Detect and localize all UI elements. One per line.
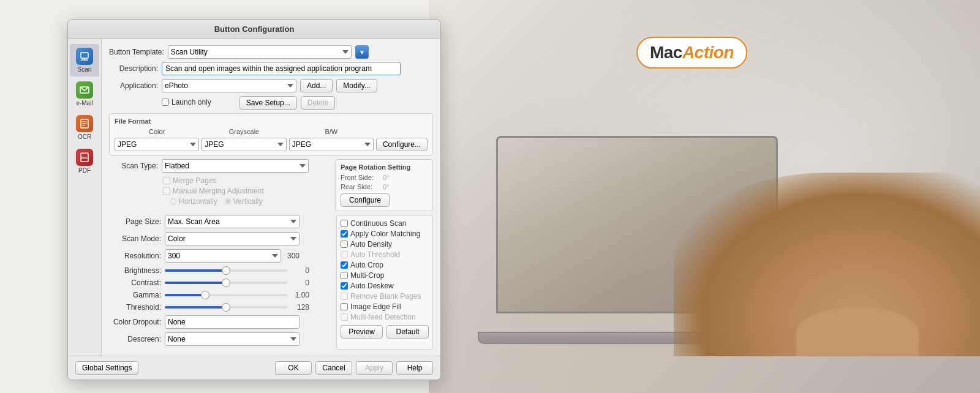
manual-merging-label: Manual Merging Adjustment — [173, 187, 264, 195]
scan-mode-select[interactable]: Color — [165, 232, 300, 245]
brightness-value: 0 — [291, 266, 309, 275]
scan-icon — [76, 48, 93, 65]
multi-feed-checkbox[interactable] — [341, 313, 348, 321]
brightness-slider-container: 0 — [165, 266, 309, 275]
bw-format-select[interactable]: JPEG — [289, 138, 374, 151]
configure-rotation-button[interactable]: Configure — [341, 193, 390, 207]
remove-blank-row[interactable]: Remove Blank Pages — [341, 292, 429, 301]
contrast-value: 0 — [291, 279, 309, 287]
sidebar-item-email[interactable]: e-Mail — [70, 78, 99, 110]
descreen-label: Descreen: — [109, 335, 161, 343]
vertically-radio[interactable] — [225, 198, 231, 204]
apply-color-checkbox[interactable] — [341, 230, 348, 238]
horizontally-label: Horizontally — [179, 197, 217, 206]
application-select[interactable]: ePhoto — [162, 79, 296, 92]
contrast-slider[interactable] — [165, 282, 287, 284]
description-input[interactable]: Scan and open images within the assigned… — [162, 62, 401, 75]
merge-pages-row[interactable]: Merge Pages — [163, 176, 330, 185]
auto-crop-label: Auto Crop — [350, 261, 383, 269]
grayscale-col-header: Grayscale — [202, 128, 286, 135]
grayscale-format-select[interactable]: JPEG — [202, 138, 286, 151]
ok-button[interactable]: OK — [275, 361, 312, 375]
page-size-select[interactable]: Max. Scan Area — [165, 215, 300, 228]
page-rotation-title: Page Rotation Setting — [341, 163, 428, 171]
apply-color-row[interactable]: Apply Color Matching — [341, 230, 429, 238]
button-template-select[interactable]: Scan Utility — [168, 45, 352, 59]
gamma-thumb[interactable] — [201, 291, 209, 299]
image-edge-row[interactable]: Image Edge Fill — [341, 302, 429, 311]
sidebar-item-pdf[interactable]: PDF PDF — [70, 145, 99, 178]
page-size-label: Page Size: — [109, 217, 161, 226]
dialog-title: Button Configuration — [68, 20, 440, 39]
delete-button[interactable]: Delete — [301, 96, 336, 110]
brightness-slider[interactable] — [165, 269, 287, 272]
gamma-value: 1.00 — [291, 291, 309, 299]
multi-feed-row[interactable]: Multi-feed Detection — [341, 313, 429, 321]
continuous-scan-checkbox[interactable] — [341, 220, 348, 227]
threshold-slider[interactable] — [165, 306, 287, 309]
gamma-slider[interactable] — [165, 294, 287, 296]
apply-button[interactable]: Apply — [356, 361, 393, 375]
remove-blank-label: Remove Blank Pages — [350, 292, 421, 301]
contrast-thumb[interactable] — [222, 279, 230, 287]
email-icon — [76, 81, 93, 99]
gamma-label: Gamma: — [109, 291, 161, 299]
color-format-select[interactable]: JPEG — [115, 138, 199, 151]
preview-button[interactable]: Preview — [341, 325, 383, 339]
macaction-logo: Mac Action — [636, 37, 747, 69]
sidebar-item-ocr[interactable]: OCR — [70, 111, 99, 144]
launch-only-checkbox-row[interactable]: Launch only — [162, 98, 211, 107]
cancel-button[interactable]: Cancel — [315, 361, 352, 375]
sidebar-item-scan[interactable]: Scan — [70, 44, 99, 77]
sidebar-pdf-label: PDF — [78, 167, 91, 174]
scan-type-select[interactable]: Flatbed — [162, 159, 309, 173]
resolution-value: 300 — [287, 252, 300, 260]
auto-density-label: Auto Density — [350, 240, 392, 249]
image-edge-checkbox[interactable] — [341, 303, 348, 310]
sidebar-scan-label: Scan — [78, 66, 92, 73]
manual-merging-row[interactable]: Manual Merging Adjustment — [163, 187, 330, 195]
manual-merging-checkbox[interactable] — [163, 187, 170, 195]
merge-pages-checkbox[interactable] — [163, 177, 170, 184]
svg-rect-0 — [81, 53, 88, 58]
continuous-scan-label: Continuous Scan — [350, 219, 406, 228]
rear-side-value: 0° — [383, 183, 390, 190]
brightness-thumb[interactable] — [222, 266, 230, 275]
threshold-slider-container: 128 — [165, 303, 309, 312]
launch-only-checkbox[interactable] — [162, 99, 169, 106]
modify-button[interactable]: Modify... — [336, 79, 377, 92]
threshold-thumb[interactable] — [222, 303, 230, 312]
auto-threshold-label: Auto Threshold — [350, 250, 400, 259]
button-template-dropdown[interactable]: ▼ — [355, 45, 369, 59]
auto-deskew-row[interactable]: Auto Deskew — [341, 282, 429, 290]
auto-deskew-checkbox[interactable] — [341, 282, 348, 290]
auto-density-checkbox[interactable] — [341, 241, 348, 248]
horizontally-row[interactable]: Horizontally — [170, 197, 217, 206]
dialog-content: Button Template: Scan Utility ▼ Descript… — [102, 39, 440, 356]
multi-crop-checkbox[interactable] — [341, 272, 348, 279]
contrast-label: Contrast: — [109, 279, 161, 287]
resolution-select[interactable]: 300 — [165, 249, 281, 263]
auto-threshold-row[interactable]: Auto Threshold — [341, 250, 429, 259]
help-button[interactable]: Help — [396, 361, 433, 375]
auto-crop-row[interactable]: Auto Crop — [341, 261, 429, 269]
color-dropout-select[interactable]: None — [165, 315, 300, 329]
vertically-label: Vertically — [233, 197, 263, 206]
configure-format-button[interactable]: Configure... — [376, 138, 428, 151]
continuous-scan-row[interactable]: Continuous Scan — [341, 219, 429, 228]
front-side-label: Front Side: — [341, 174, 380, 181]
default-button[interactable]: Default — [386, 325, 429, 339]
brightness-label: Brightness: — [109, 266, 161, 275]
horizontally-radio[interactable] — [170, 198, 176, 204]
auto-crop-checkbox[interactable] — [341, 261, 348, 269]
vertically-row[interactable]: Vertically — [225, 197, 263, 206]
multi-crop-row[interactable]: Multi-Crop — [341, 271, 429, 280]
save-setup-button[interactable]: Save Setup... — [239, 96, 297, 110]
auto-threshold-checkbox[interactable] — [341, 251, 348, 258]
auto-density-row[interactable]: Auto Density — [341, 240, 429, 249]
resolution-label: Resolution: — [109, 252, 161, 260]
remove-blank-checkbox[interactable] — [341, 293, 348, 300]
descreen-select[interactable]: None — [165, 332, 300, 346]
add-button[interactable]: Add... — [300, 79, 333, 92]
global-settings-button[interactable]: Global Settings — [75, 361, 138, 375]
